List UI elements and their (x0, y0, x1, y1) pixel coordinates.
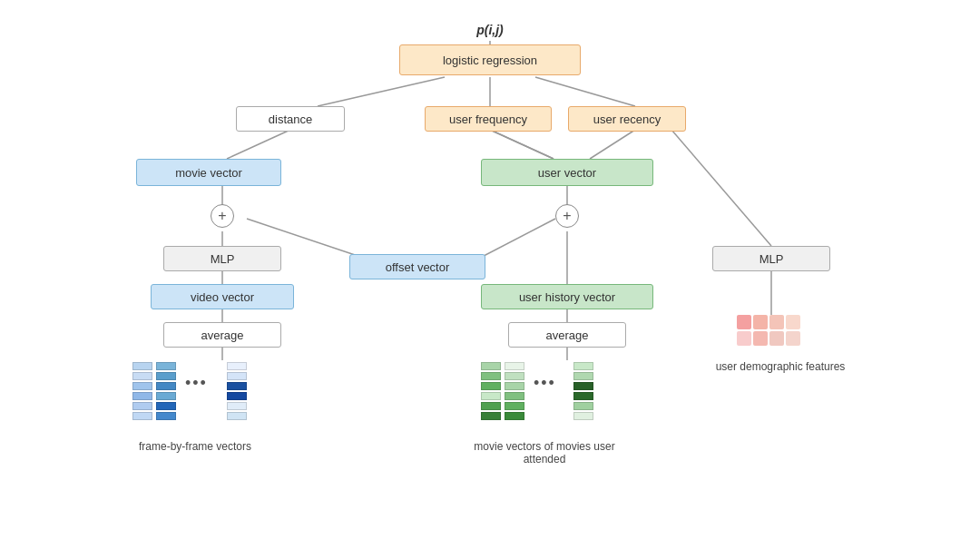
plus-right: + (555, 204, 579, 228)
svg-line-6 (490, 130, 554, 159)
user-frequency-node: user frequency (425, 106, 552, 132)
mlp-right-node: MLP (712, 246, 830, 271)
movie-dots: ••• (534, 374, 556, 393)
user-recency-node: user recency (568, 106, 686, 132)
offset-vector-node: offset vector (349, 254, 485, 279)
svg-line-5 (490, 130, 554, 159)
svg-line-4 (227, 130, 290, 159)
frame-label: frame-by-frame vectors (118, 440, 272, 453)
pij-label: p(i,j) (454, 19, 526, 41)
frame-vector-col-last (227, 362, 247, 420)
distance-node: distance (236, 106, 345, 132)
movie-vector-col-last (573, 362, 593, 420)
logistic-regression-node: logistic regression (399, 44, 581, 75)
average-right-node: average (508, 322, 626, 348)
user-vector-node: user vector (481, 159, 653, 186)
average-left-node: average (163, 322, 281, 348)
svg-line-7 (590, 130, 635, 159)
svg-line-1 (318, 77, 445, 106)
frame-vector-col-2 (156, 362, 176, 420)
demographic-grid (737, 315, 800, 346)
frame-dots: ••• (185, 374, 208, 393)
video-vector-node: video vector (151, 284, 294, 309)
mlp-left-node: MLP (163, 246, 281, 271)
frame-vector-col-1 (132, 362, 152, 420)
movie-vector-node: movie vector (136, 159, 281, 186)
plus-left: + (211, 204, 234, 228)
diagram: p(i,j) logistic regression distance user… (45, 15, 935, 524)
svg-line-19 (671, 130, 771, 246)
movie-vector-col-2 (505, 362, 524, 420)
user-history-vector-node: user history vector (481, 284, 653, 309)
svg-line-3 (535, 77, 635, 106)
user-demographic-label: user demographic features (708, 360, 853, 373)
movie-vectors-label: movie vectors of movies user attended (454, 440, 635, 466)
movie-vector-col-1 (481, 362, 501, 420)
